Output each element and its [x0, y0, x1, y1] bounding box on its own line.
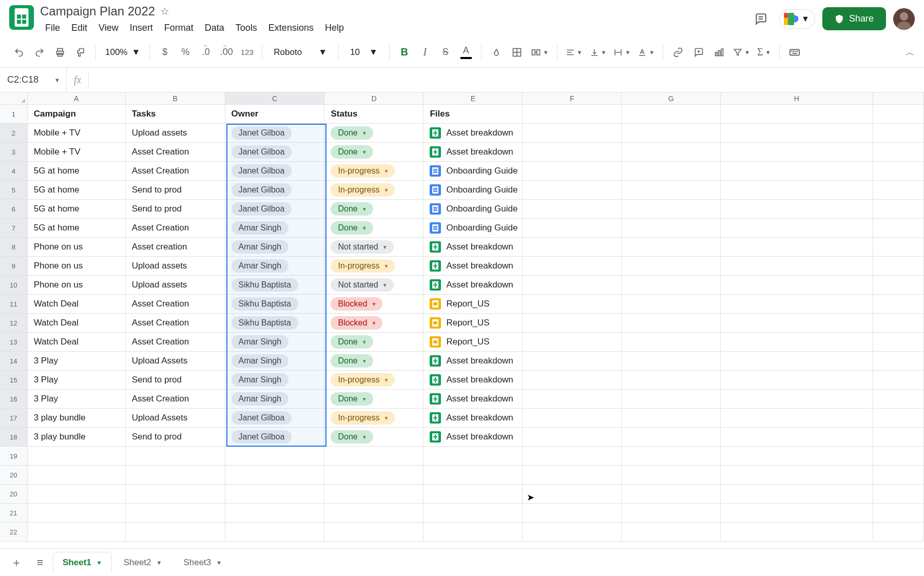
cell[interactable] [523, 257, 622, 276]
cell[interactable] [873, 143, 925, 162]
owner-chip[interactable]: Janet Gilboa [232, 164, 292, 178]
file-chip[interactable]: Asset breakdown [430, 431, 513, 443]
cell[interactable] [523, 523, 622, 542]
paint-format-button[interactable] [71, 43, 90, 62]
cell[interactable] [622, 466, 721, 485]
cell[interactable]: Upload Assets [126, 352, 225, 371]
cell[interactable]: Asset breakdown [424, 276, 523, 295]
cell[interactable] [523, 124, 622, 143]
file-chip[interactable]: Asset breakdown [430, 279, 513, 291]
cell[interactable] [523, 181, 622, 200]
cell[interactable] [622, 124, 721, 143]
cell[interactable]: 3 Play [28, 390, 126, 409]
cell[interactable] [873, 504, 925, 523]
cell[interactable]: Asset Creation [126, 314, 225, 333]
cell[interactable]: 3 Play [28, 352, 126, 371]
status-pill[interactable]: Done [331, 202, 373, 216]
file-chip[interactable]: Asset breakdown [430, 127, 513, 139]
cell[interactable]: Done [324, 124, 424, 143]
cell[interactable] [721, 124, 873, 143]
cell[interactable]: 3 play bundle [28, 409, 126, 428]
select-all-corner[interactable] [0, 92, 28, 104]
status-pill[interactable]: Not started [331, 278, 393, 292]
insert-chart-button[interactable] [709, 43, 729, 62]
row-header[interactable]: 20 [0, 466, 28, 485]
status-pill[interactable]: In-progress [331, 373, 395, 387]
text-color-button[interactable]: A [456, 43, 476, 62]
functions-button[interactable]: Σ [754, 43, 774, 62]
font-select[interactable]: Roboto [267, 47, 333, 57]
cell[interactable]: Amar Singh [225, 390, 325, 409]
col-header-B[interactable]: B [126, 92, 225, 104]
cell[interactable]: In-progress [324, 162, 424, 181]
status-pill[interactable]: In-progress [331, 183, 395, 197]
file-chip[interactable]: Asset breakdown [430, 355, 513, 367]
cell[interactable] [873, 295, 925, 314]
row-header[interactable]: 11 [0, 295, 28, 314]
cell[interactable]: Asset Creation [126, 162, 225, 181]
cell[interactable] [873, 485, 925, 504]
row-header[interactable]: 18 [0, 428, 28, 447]
row-header[interactable]: 3 [0, 143, 28, 162]
cell[interactable] [324, 523, 424, 542]
cell[interactable]: Report_US [424, 295, 523, 314]
cell[interactable] [721, 371, 873, 390]
cell[interactable] [523, 162, 622, 181]
cell[interactable]: Janet Gilboa [225, 428, 325, 447]
cell[interactable]: In-progress [324, 257, 424, 276]
cell[interactable]: Watch Deal [28, 333, 126, 352]
file-chip[interactable]: Onboarding Guide [430, 184, 517, 196]
cell[interactable]: Janet Gilboa [225, 143, 325, 162]
cell[interactable] [523, 200, 622, 219]
menu-view[interactable]: View [93, 21, 124, 35]
cell[interactable] [873, 447, 925, 466]
add-sheet-button[interactable]: ＋ [6, 552, 27, 573]
file-chip[interactable]: Asset breakdown [430, 374, 513, 386]
cell[interactable] [721, 409, 873, 428]
cell[interactable] [873, 333, 925, 352]
cell[interactable]: Done [324, 143, 424, 162]
cell[interactable] [523, 447, 622, 466]
cell[interactable] [622, 352, 721, 371]
grid-row[interactable]: 21 [0, 504, 924, 523]
cell[interactable]: Asset Creation [126, 219, 225, 238]
doc-title[interactable]: Campaign Plan 2022 [40, 4, 155, 18]
owner-chip[interactable]: Janet Gilboa [232, 145, 292, 159]
cell[interactable] [225, 504, 325, 523]
cell[interactable] [622, 200, 721, 219]
cell[interactable] [28, 504, 126, 523]
cell[interactable] [523, 219, 622, 238]
row-header[interactable]: 2 [0, 124, 28, 143]
cell[interactable]: Sikhu Baptista [225, 276, 325, 295]
cell[interactable]: Phone on us [28, 257, 126, 276]
insert-comment-button[interactable] [689, 43, 708, 62]
row-header[interactable]: 10 [0, 276, 28, 295]
cell[interactable]: Files [424, 105, 523, 124]
owner-chip[interactable]: Janet Gilboa [232, 183, 292, 197]
cell[interactable] [324, 466, 424, 485]
text-rotation-button[interactable] [634, 43, 658, 62]
menu-edit[interactable]: Edit [66, 21, 92, 35]
cell[interactable]: Phone on us [28, 276, 126, 295]
cell[interactable] [721, 181, 873, 200]
status-pill[interactable]: Not started [331, 240, 393, 254]
file-chip[interactable]: Asset breakdown [430, 260, 513, 272]
row-header[interactable]: 6 [0, 200, 28, 219]
cell[interactable] [523, 371, 622, 390]
cell[interactable]: 5G at home [28, 219, 126, 238]
sheet-tab-3[interactable]: Sheet3 [174, 552, 231, 573]
cell[interactable]: Asset Creation [126, 333, 225, 352]
cell[interactable]: Status [324, 105, 424, 124]
redo-button[interactable] [30, 43, 49, 62]
owner-chip[interactable]: Janet Gilboa [232, 202, 292, 216]
col-header-G[interactable]: G [622, 92, 721, 104]
cell[interactable]: Blocked [324, 314, 424, 333]
cell[interactable] [622, 428, 721, 447]
row-header[interactable]: 21 [0, 504, 28, 523]
owner-chip[interactable]: Amar Singh [232, 221, 289, 235]
status-pill[interactable]: Done [331, 335, 373, 349]
cell[interactable] [622, 314, 721, 333]
cell[interactable] [721, 485, 873, 504]
cell[interactable]: Janet Gilboa [225, 124, 325, 143]
cell[interactable] [126, 485, 225, 504]
